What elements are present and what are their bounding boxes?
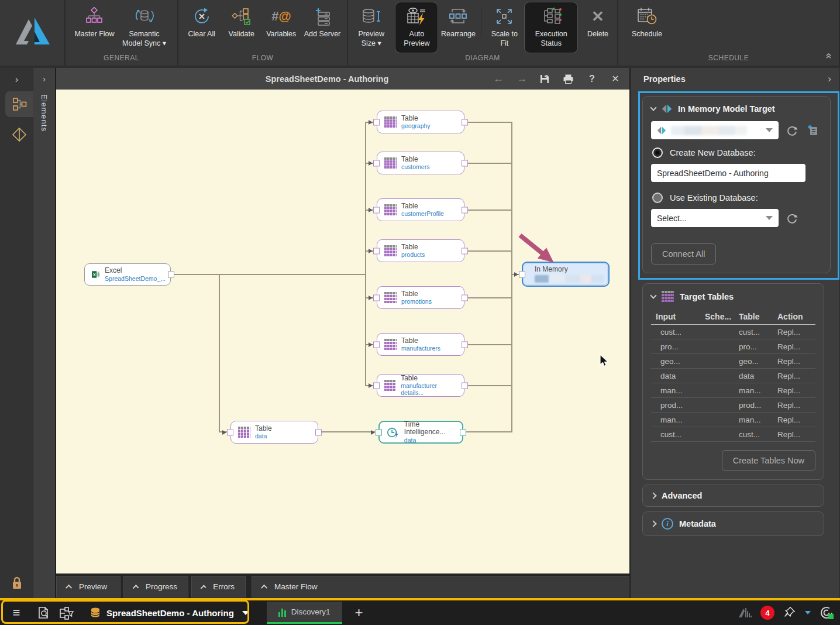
advanced-section[interactable]: Advanced xyxy=(642,485,824,507)
preview-size-button[interactable]: Preview Size ▾ xyxy=(348,2,394,53)
table-row[interactable]: man...man...Repl... xyxy=(651,383,815,398)
in-memory-node[interactable]: In Memory xyxy=(522,262,610,287)
print-button[interactable] xyxy=(563,74,574,84)
document-search-button[interactable] xyxy=(33,606,55,620)
output-port[interactable] xyxy=(462,341,468,348)
auto-preview-button[interactable]: Auto Preview xyxy=(395,2,438,53)
input-port[interactable] xyxy=(373,119,380,125)
project-selector[interactable]: SpreadSheetDemo - Authoring xyxy=(82,602,257,623)
output-port[interactable] xyxy=(462,382,468,389)
in-memory-model-target-header[interactable]: In Memory Model Target xyxy=(651,104,822,114)
execution-status-button[interactable]: Execution Status xyxy=(525,2,577,53)
metadata-section[interactable]: i Metadata xyxy=(642,511,824,536)
tab-progress[interactable]: Progress xyxy=(123,576,188,597)
save-button[interactable] xyxy=(539,74,551,84)
elements-expander[interactable]: › xyxy=(43,74,46,84)
semantic-tool-button[interactable] xyxy=(5,122,33,147)
create-tables-now-button[interactable]: Create Tables Now xyxy=(722,450,815,471)
existing-database-dropdown[interactable]: Select... xyxy=(651,209,779,227)
output-port[interactable] xyxy=(462,248,468,254)
output-port[interactable] xyxy=(462,119,468,125)
table-row[interactable]: cust...cust...Repl... xyxy=(651,427,815,442)
output-port[interactable] xyxy=(315,429,322,435)
close-document-button[interactable]: ✕ xyxy=(610,73,621,84)
input-port[interactable] xyxy=(373,341,380,348)
table-node-manufacturers[interactable]: Tablemanufacturers xyxy=(377,333,464,356)
new-database-name-input[interactable] xyxy=(651,164,805,182)
rearrange-button[interactable]: Rearrange xyxy=(439,2,477,53)
add-tab-button[interactable]: + xyxy=(355,605,363,621)
elements-tool-button[interactable] xyxy=(5,91,33,117)
preview-size-icon xyxy=(361,6,382,27)
table-row[interactable]: pro...pro...Repl... xyxy=(651,339,815,354)
clear-all-button[interactable]: Clear All xyxy=(183,2,221,53)
add-new-target-button[interactable] xyxy=(805,123,821,138)
input-port[interactable] xyxy=(373,207,380,213)
output-port[interactable] xyxy=(462,160,468,166)
rail-expander[interactable]: › xyxy=(0,74,33,85)
bottom-tabs: Preview Progress Errors Master Flow xyxy=(56,574,629,598)
collapse-ribbon-button[interactable]: » xyxy=(821,53,834,59)
target-tables-header[interactable]: Target Tables xyxy=(651,291,815,302)
model-target-dropdown[interactable] xyxy=(651,121,779,139)
discovery-tab[interactable]: Discovery1 xyxy=(267,602,342,624)
table-node-customerProfile[interactable]: TablecustomerProfile xyxy=(377,198,464,221)
delete-button[interactable]: ✕ Delete xyxy=(579,2,617,53)
metadata-label: Metadata xyxy=(679,519,716,528)
add-server-button[interactable]: Add Server xyxy=(302,2,343,53)
lock-button[interactable] xyxy=(0,576,33,590)
output-port[interactable] xyxy=(462,207,468,213)
table-node-promotions[interactable]: Tablepromotions xyxy=(377,286,464,309)
forward-button[interactable]: → xyxy=(516,73,528,85)
input-port[interactable] xyxy=(519,271,525,277)
advanced-label: Advanced xyxy=(662,491,702,500)
tab-master-flow[interactable]: Master Flow xyxy=(252,576,629,597)
master-flow-button[interactable]: Master Flow xyxy=(72,2,116,53)
pin-button[interactable] xyxy=(783,606,797,620)
refresh-button[interactable] xyxy=(784,123,800,138)
input-port[interactable] xyxy=(376,429,382,435)
use-existing-database-radio[interactable] xyxy=(652,193,663,203)
table-node-data[interactable]: Tabledata xyxy=(230,421,318,444)
table-node-products[interactable]: Tableproducts xyxy=(377,239,464,262)
output-port[interactable] xyxy=(168,272,174,278)
flow-canvas[interactable]: X Excel SpreadSheetDemo_... Tablegeograp… xyxy=(56,90,629,574)
table-row[interactable]: geo...geo...Repl... xyxy=(651,354,815,369)
input-port[interactable] xyxy=(227,429,233,435)
input-port[interactable] xyxy=(373,248,380,254)
excel-source-node[interactable]: X Excel SpreadSheetDemo_... xyxy=(84,263,171,286)
properties-expander[interactable]: › xyxy=(828,73,831,85)
table-row[interactable]: cust...cust...Repl... xyxy=(651,325,815,339)
table-node-geography[interactable]: Tablegeography xyxy=(377,111,464,133)
create-new-database-radio[interactable] xyxy=(652,147,663,158)
schedule-button[interactable]: Schedule xyxy=(628,2,666,53)
back-button[interactable]: ← xyxy=(493,73,504,85)
input-port[interactable] xyxy=(373,294,380,301)
node-type: Table xyxy=(255,425,272,433)
input-port[interactable] xyxy=(373,160,380,166)
refresh-button[interactable] xyxy=(784,211,800,226)
input-port[interactable] xyxy=(373,382,380,389)
variables-button[interactable]: #@ Variables xyxy=(262,2,301,53)
table-row[interactable]: prod...prod...Repl... xyxy=(651,398,815,413)
table-row[interactable]: datadataRepl... xyxy=(651,369,815,383)
validate-button[interactable]: Validate xyxy=(222,2,261,53)
output-port[interactable] xyxy=(460,429,466,435)
time-intelligence-node[interactable]: Time Intelligence...data xyxy=(378,421,463,444)
tab-errors[interactable]: Errors xyxy=(191,576,246,597)
scale-to-fit-button[interactable]: Scale to Fit xyxy=(485,2,524,53)
help-button[interactable]: ? xyxy=(586,74,598,84)
more-options-caret[interactable] xyxy=(805,611,811,614)
annotation-overlay xyxy=(56,90,629,574)
tab-preview[interactable]: Preview xyxy=(56,576,121,597)
table-node-manufacturer-details[interactable]: Tablemanufacturer details... xyxy=(377,374,464,397)
connect-all-button[interactable]: Connect All xyxy=(651,243,716,265)
semantic-model-sync-button[interactable]: Semantic Model Sync ▾ xyxy=(118,2,171,53)
diagram-filter-button[interactable] xyxy=(55,606,77,620)
output-port[interactable] xyxy=(462,294,468,301)
table-node-customers[interactable]: Tablecustomers xyxy=(377,152,464,174)
connection-status-button[interactable] xyxy=(819,605,834,620)
notification-badge[interactable]: 4 xyxy=(760,606,774,620)
table-row[interactable]: man...man...Repl... xyxy=(651,413,815,427)
menu-button[interactable]: ≡ xyxy=(0,605,33,620)
